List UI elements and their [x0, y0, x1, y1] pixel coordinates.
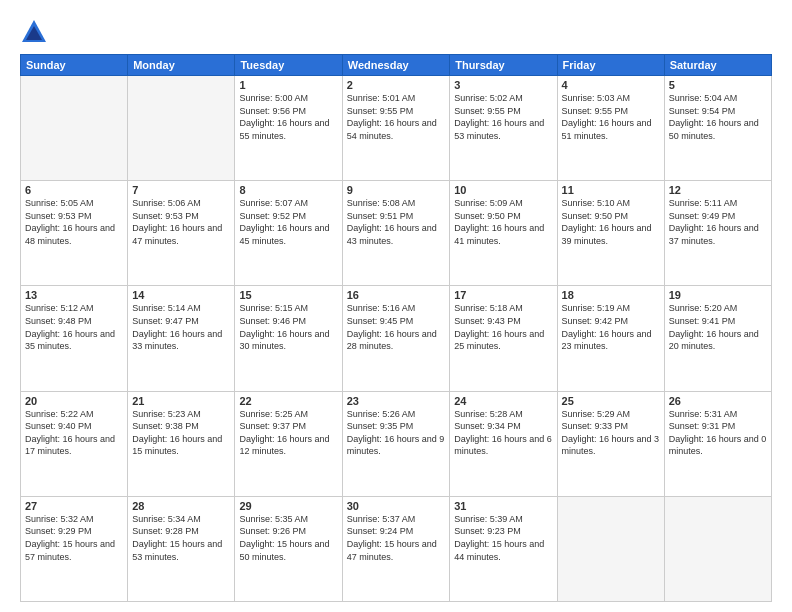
day-info: Sunrise: 5:25 AMSunset: 9:37 PMDaylight:…: [239, 408, 337, 458]
day-info: Sunrise: 5:28 AMSunset: 9:34 PMDaylight:…: [454, 408, 552, 458]
day-number: 31: [454, 500, 552, 512]
day-info: Sunrise: 5:10 AMSunset: 9:50 PMDaylight:…: [562, 197, 660, 247]
day-header-tuesday: Tuesday: [235, 55, 342, 76]
day-info: Sunrise: 5:23 AMSunset: 9:38 PMDaylight:…: [132, 408, 230, 458]
day-number: 14: [132, 289, 230, 301]
day-number: 6: [25, 184, 123, 196]
day-number: 16: [347, 289, 446, 301]
day-info: Sunrise: 5:34 AMSunset: 9:28 PMDaylight:…: [132, 513, 230, 563]
week-row-1: 1Sunrise: 5:00 AMSunset: 9:56 PMDaylight…: [21, 76, 772, 181]
day-info: Sunrise: 5:19 AMSunset: 9:42 PMDaylight:…: [562, 302, 660, 352]
day-info: Sunrise: 5:16 AMSunset: 9:45 PMDaylight:…: [347, 302, 446, 352]
day-info: Sunrise: 5:12 AMSunset: 9:48 PMDaylight:…: [25, 302, 123, 352]
day-info: Sunrise: 5:20 AMSunset: 9:41 PMDaylight:…: [669, 302, 767, 352]
day-header-wednesday: Wednesday: [342, 55, 450, 76]
day-info: Sunrise: 5:05 AMSunset: 9:53 PMDaylight:…: [25, 197, 123, 247]
day-info: Sunrise: 5:00 AMSunset: 9:56 PMDaylight:…: [239, 92, 337, 142]
day-number: 25: [562, 395, 660, 407]
day-cell: 6Sunrise: 5:05 AMSunset: 9:53 PMDaylight…: [21, 181, 128, 286]
day-cell: 3Sunrise: 5:02 AMSunset: 9:55 PMDaylight…: [450, 76, 557, 181]
day-cell: 1Sunrise: 5:00 AMSunset: 9:56 PMDaylight…: [235, 76, 342, 181]
day-number: 28: [132, 500, 230, 512]
day-cell: 2Sunrise: 5:01 AMSunset: 9:55 PMDaylight…: [342, 76, 450, 181]
day-cell: 31Sunrise: 5:39 AMSunset: 9:23 PMDayligh…: [450, 496, 557, 601]
logo-icon: [20, 18, 48, 46]
day-info: Sunrise: 5:14 AMSunset: 9:47 PMDaylight:…: [132, 302, 230, 352]
day-number: 20: [25, 395, 123, 407]
day-number: 18: [562, 289, 660, 301]
day-cell: 17Sunrise: 5:18 AMSunset: 9:43 PMDayligh…: [450, 286, 557, 391]
day-info: Sunrise: 5:03 AMSunset: 9:55 PMDaylight:…: [562, 92, 660, 142]
day-number: 10: [454, 184, 552, 196]
day-cell: [557, 496, 664, 601]
day-cell: 11Sunrise: 5:10 AMSunset: 9:50 PMDayligh…: [557, 181, 664, 286]
day-cell: 12Sunrise: 5:11 AMSunset: 9:49 PMDayligh…: [664, 181, 771, 286]
calendar-body: 1Sunrise: 5:00 AMSunset: 9:56 PMDaylight…: [21, 76, 772, 602]
day-info: Sunrise: 5:35 AMSunset: 9:26 PMDaylight:…: [239, 513, 337, 563]
day-number: 5: [669, 79, 767, 91]
day-number: 22: [239, 395, 337, 407]
day-number: 8: [239, 184, 337, 196]
day-number: 21: [132, 395, 230, 407]
header: [20, 18, 772, 46]
day-cell: 13Sunrise: 5:12 AMSunset: 9:48 PMDayligh…: [21, 286, 128, 391]
day-cell: 5Sunrise: 5:04 AMSunset: 9:54 PMDaylight…: [664, 76, 771, 181]
day-info: Sunrise: 5:11 AMSunset: 9:49 PMDaylight:…: [669, 197, 767, 247]
day-cell: 15Sunrise: 5:15 AMSunset: 9:46 PMDayligh…: [235, 286, 342, 391]
week-row-4: 20Sunrise: 5:22 AMSunset: 9:40 PMDayligh…: [21, 391, 772, 496]
logo: [20, 18, 52, 46]
day-cell: 28Sunrise: 5:34 AMSunset: 9:28 PMDayligh…: [128, 496, 235, 601]
day-cell: 18Sunrise: 5:19 AMSunset: 9:42 PMDayligh…: [557, 286, 664, 391]
day-number: 1: [239, 79, 337, 91]
day-info: Sunrise: 5:18 AMSunset: 9:43 PMDaylight:…: [454, 302, 552, 352]
day-cell: 8Sunrise: 5:07 AMSunset: 9:52 PMDaylight…: [235, 181, 342, 286]
calendar-header: SundayMondayTuesdayWednesdayThursdayFrid…: [21, 55, 772, 76]
day-info: Sunrise: 5:04 AMSunset: 9:54 PMDaylight:…: [669, 92, 767, 142]
day-cell: 24Sunrise: 5:28 AMSunset: 9:34 PMDayligh…: [450, 391, 557, 496]
day-info: Sunrise: 5:06 AMSunset: 9:53 PMDaylight:…: [132, 197, 230, 247]
day-header-friday: Friday: [557, 55, 664, 76]
day-cell: [128, 76, 235, 181]
day-info: Sunrise: 5:22 AMSunset: 9:40 PMDaylight:…: [25, 408, 123, 458]
day-number: 12: [669, 184, 767, 196]
day-number: 4: [562, 79, 660, 91]
day-number: 29: [239, 500, 337, 512]
day-cell: [21, 76, 128, 181]
day-cell: 21Sunrise: 5:23 AMSunset: 9:38 PMDayligh…: [128, 391, 235, 496]
day-number: 2: [347, 79, 446, 91]
day-number: 15: [239, 289, 337, 301]
day-cell: 26Sunrise: 5:31 AMSunset: 9:31 PMDayligh…: [664, 391, 771, 496]
day-number: 7: [132, 184, 230, 196]
day-cell: 9Sunrise: 5:08 AMSunset: 9:51 PMDaylight…: [342, 181, 450, 286]
day-number: 24: [454, 395, 552, 407]
day-cell: 20Sunrise: 5:22 AMSunset: 9:40 PMDayligh…: [21, 391, 128, 496]
day-number: 3: [454, 79, 552, 91]
day-info: Sunrise: 5:37 AMSunset: 9:24 PMDaylight:…: [347, 513, 446, 563]
day-number: 11: [562, 184, 660, 196]
day-info: Sunrise: 5:02 AMSunset: 9:55 PMDaylight:…: [454, 92, 552, 142]
day-info: Sunrise: 5:01 AMSunset: 9:55 PMDaylight:…: [347, 92, 446, 142]
day-info: Sunrise: 5:15 AMSunset: 9:46 PMDaylight:…: [239, 302, 337, 352]
day-header-saturday: Saturday: [664, 55, 771, 76]
day-number: 23: [347, 395, 446, 407]
day-info: Sunrise: 5:09 AMSunset: 9:50 PMDaylight:…: [454, 197, 552, 247]
day-info: Sunrise: 5:26 AMSunset: 9:35 PMDaylight:…: [347, 408, 446, 458]
day-header-sunday: Sunday: [21, 55, 128, 76]
day-info: Sunrise: 5:39 AMSunset: 9:23 PMDaylight:…: [454, 513, 552, 563]
day-cell: 22Sunrise: 5:25 AMSunset: 9:37 PMDayligh…: [235, 391, 342, 496]
day-cell: 29Sunrise: 5:35 AMSunset: 9:26 PMDayligh…: [235, 496, 342, 601]
day-cell: [664, 496, 771, 601]
page: SundayMondayTuesdayWednesdayThursdayFrid…: [0, 0, 792, 612]
calendar-table: SundayMondayTuesdayWednesdayThursdayFrid…: [20, 54, 772, 602]
day-cell: 30Sunrise: 5:37 AMSunset: 9:24 PMDayligh…: [342, 496, 450, 601]
day-cell: 16Sunrise: 5:16 AMSunset: 9:45 PMDayligh…: [342, 286, 450, 391]
day-number: 27: [25, 500, 123, 512]
day-cell: 10Sunrise: 5:09 AMSunset: 9:50 PMDayligh…: [450, 181, 557, 286]
week-row-5: 27Sunrise: 5:32 AMSunset: 9:29 PMDayligh…: [21, 496, 772, 601]
day-cell: 19Sunrise: 5:20 AMSunset: 9:41 PMDayligh…: [664, 286, 771, 391]
day-number: 17: [454, 289, 552, 301]
day-info: Sunrise: 5:07 AMSunset: 9:52 PMDaylight:…: [239, 197, 337, 247]
day-header-monday: Monday: [128, 55, 235, 76]
day-header-thursday: Thursday: [450, 55, 557, 76]
day-number: 13: [25, 289, 123, 301]
